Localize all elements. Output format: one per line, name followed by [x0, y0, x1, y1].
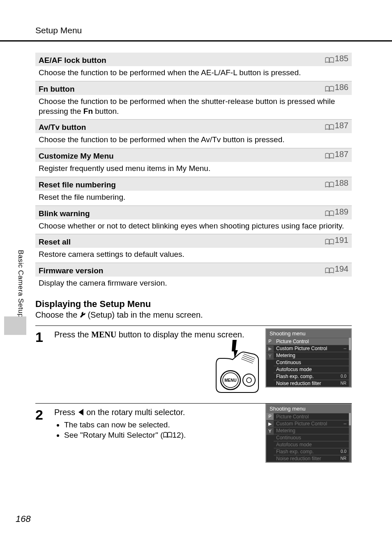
menu-item-desc: Choose whether or not to detect blinking…: [35, 219, 352, 235]
header-rule: [0, 40, 392, 42]
menu-item-desc: Display the camera firmware version.: [35, 277, 352, 291]
camera-lcd-screenshot-1: Shooting menu P ▶ Y Picture Control Cust…: [265, 328, 352, 388]
menu-item-ae-af-lock: AE/AF lock button 185: [35, 53, 352, 66]
lcd-header: Shooting menu: [266, 404, 351, 413]
menu-item-title: Reset file numbering: [39, 180, 116, 189]
menu-item-title: Firmware version: [39, 266, 103, 275]
menu-item-title: Reset all: [39, 238, 71, 247]
menu-item-title: AE/AF lock button: [39, 56, 106, 65]
sidebar-section-label: Basic Camera Setup: [16, 250, 25, 318]
page-title: Setup Menu: [35, 25, 82, 35]
menu-item-desc: Choose the function to be performed when…: [35, 95, 352, 120]
menu-item-firmware-version: Firmware version 194: [35, 263, 352, 277]
step-2: 2 Press on the rotary multi selector. Th…: [35, 403, 352, 479]
lcd-row: Autofocus mode: [274, 441, 349, 448]
page-reference: 187: [325, 150, 348, 159]
lcd-row: Metering: [274, 352, 349, 359]
lcd-row: Picture Control: [274, 413, 349, 420]
book-icon: [325, 266, 334, 272]
lcd-items: Picture Control Custom Picture Control--…: [274, 338, 349, 387]
svg-text:MENU: MENU: [224, 378, 236, 383]
page-reference: 185: [325, 54, 348, 63]
menu-item-title: Customize My Menu: [39, 152, 114, 161]
page-reference: 187: [325, 121, 348, 130]
step-1: 1 Press the MENU button to display the m…: [35, 325, 352, 397]
lcd-row: Autofocus mode: [274, 366, 349, 373]
lcd-row: Continuous: [274, 359, 349, 366]
menu-item-desc: Reset the file numbering.: [35, 191, 352, 206]
left-arrow-icon: [78, 408, 84, 417]
wrench-icon: [80, 310, 85, 319]
lcd-row: Continuous: [274, 434, 349, 441]
menu-item-blink-warning: Blink warning 189: [35, 206, 352, 219]
book-icon: [325, 55, 334, 62]
book-icon: [325, 151, 334, 157]
menu-item-title: Av/Tv button: [39, 123, 86, 132]
lcd-scrollbar: [349, 338, 351, 387]
sidebar-tab-block: [4, 316, 26, 335]
subsection-title: Displaying the Setup Menu: [35, 299, 352, 309]
lcd-items: Picture Control Custom Picture Control--…: [274, 413, 349, 462]
menu-item-reset-all: Reset all 191: [35, 234, 352, 248]
lcd-row: Custom Picture Control--: [274, 345, 349, 352]
menu-item-av-tv: Av/Tv button 187: [35, 120, 352, 133]
book-icon: [163, 430, 172, 436]
lcd-tab-setup: Y: [266, 353, 274, 360]
lcd-tabs: P ▶ Y: [266, 413, 274, 462]
camera-lcd-screenshot-2: Shooting menu P ▶ Y Picture Control Cust…: [265, 404, 352, 463]
lcd-row: Noise reduction filterNR: [274, 455, 349, 462]
lcd-row: Custom Picture Control--: [274, 420, 349, 427]
page-number: 168: [16, 514, 31, 524]
menu-item-desc: Restore camera settings to default value…: [35, 248, 352, 263]
lcd-row: Picture Control: [274, 338, 349, 345]
book-icon: [325, 122, 334, 129]
menu-item-desc: Register frequently used menu items in M…: [35, 162, 352, 177]
page-reference: 186: [325, 83, 348, 92]
lcd-tab-p: P: [266, 413, 274, 420]
lcd-row: Flash exp. comp.0.0: [274, 448, 349, 455]
book-icon: [325, 209, 334, 215]
lcd-tab-p: P: [266, 338, 274, 345]
svg-point-8: [247, 378, 251, 383]
menu-item-fn-button: Fn button 186: [35, 81, 352, 95]
lcd-tab-setup: Y: [266, 428, 274, 435]
page-reference: 189: [325, 207, 348, 217]
main-content: AE/AF lock button 185 Choose the functio…: [35, 53, 352, 479]
page-reference: 194: [325, 264, 348, 274]
lcd-header: Shooting menu: [266, 329, 351, 338]
menu-item-title: Fn button: [39, 85, 75, 94]
menu-button-glyph: MENU: [91, 330, 116, 339]
book-icon: [325, 180, 334, 186]
subsection-line: Choose the (Setup) tab in the menu scree…: [35, 309, 352, 320]
book-icon: [325, 237, 334, 243]
menu-item-customize-my-menu: Customize My Menu 187: [35, 148, 352, 162]
step-number: 1: [35, 329, 47, 345]
menu-item-title: Blink warning: [39, 209, 90, 218]
step-number: 2: [35, 407, 47, 423]
lcd-scrollbar: [349, 413, 351, 462]
fn-glyph: Fn: [83, 107, 93, 115]
lcd-tabs: P ▶ Y: [266, 338, 274, 387]
menu-item-reset-file-numbering: Reset file numbering 188: [35, 177, 352, 191]
lcd-tab-play: ▶: [266, 345, 274, 353]
lcd-tab-play: ▶: [266, 420, 274, 428]
lcd-row: Flash exp. comp.0.0: [274, 373, 349, 380]
book-icon: [325, 84, 334, 90]
page-reference: 188: [325, 178, 348, 188]
menu-item-desc: Choose the function to be performed when…: [35, 133, 352, 148]
lcd-row: Noise reduction filterNR: [274, 380, 349, 387]
menu-item-desc: Choose the function to be performed when…: [35, 66, 352, 81]
camera-diagram: MENU: [214, 340, 259, 395]
lcd-row: Metering: [274, 427, 349, 434]
page-reference: 191: [325, 235, 348, 245]
